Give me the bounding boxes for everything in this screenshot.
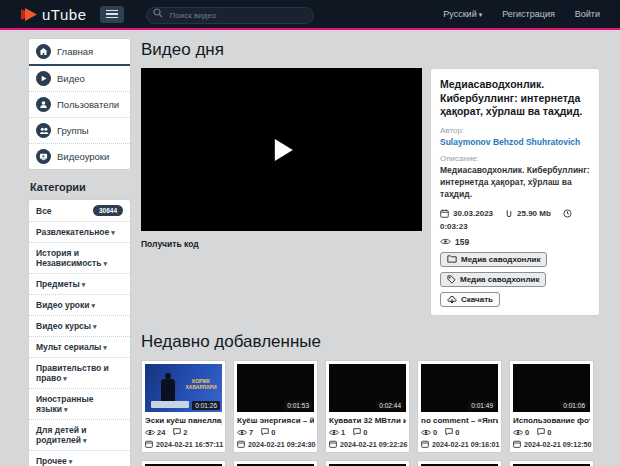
folder-icon	[447, 255, 457, 263]
register-link[interactable]: Регистрация	[502, 9, 555, 19]
category-button[interactable]: Медиа саводхонлик	[440, 252, 547, 267]
upload-date: 30.03.2023	[453, 209, 493, 218]
download-button[interactable]: Скачать	[440, 292, 500, 307]
sidebar-item-videos[interactable]: Видео	[29, 66, 130, 92]
calendar-icon	[237, 440, 245, 448]
language-selector[interactable]: Русский▾	[443, 9, 482, 19]
views-count: 159	[455, 237, 469, 247]
duration-badge: 0:01:53	[284, 401, 312, 410]
comment-icon	[353, 428, 361, 436]
video-card-stats: 0 0	[513, 428, 590, 437]
comments-count: 0	[363, 428, 367, 437]
category-item[interactable]: Мульт сериалы▾	[29, 337, 130, 358]
video-card-title[interactable]: Эски куёш панеллари...	[145, 416, 222, 425]
sidebar-item-users[interactable]: Пользователи	[29, 92, 130, 118]
video-card[interactable]: 0:01:53 Куёш энергияси – йи... 7 0 2024-…	[233, 360, 318, 453]
video-card[interactable]: 0:02:21 Ўзбекистон миллий э... 0 0 2024-…	[325, 460, 410, 466]
video-card[interactable]: КОРЖК ХАБАРЛАРИ 0:01:26 Эски куёш панелл…	[141, 360, 226, 453]
category-label: Видео курсы▾	[36, 321, 97, 331]
video-player[interactable]	[141, 68, 422, 231]
sidebar-item-groups[interactable]: Группы	[29, 118, 130, 144]
author-link[interactable]: Sulaymonov Behzod Shuhratovich	[440, 137, 590, 147]
category-item[interactable]: Видео курсы▾	[29, 316, 130, 337]
category-item[interactable]: Все▾ 30644	[29, 200, 130, 222]
calendar-icon	[329, 440, 337, 448]
category-item[interactable]: Иностранные языки▾	[29, 389, 130, 420]
category-item[interactable]: Для детей и родителей▾	[29, 420, 130, 451]
category-label: Правительство и право▾	[36, 363, 123, 383]
video-card[interactable]: 0:00:55 no comment – «Шир... 1 0 2024-02…	[141, 460, 226, 466]
app-title: uTube	[42, 6, 86, 23]
users-icon	[36, 123, 51, 138]
video-card-stats: 0 0	[421, 428, 498, 437]
video-thumbnail[interactable]: 0:01:49	[421, 364, 498, 412]
file-size: 25.90 Mb	[517, 209, 551, 218]
category-item[interactable]: Видео уроки▾	[29, 295, 130, 316]
chevron-down-icon: ▾	[92, 302, 96, 309]
paperclip-icon	[505, 209, 513, 218]
comment-icon	[537, 428, 545, 436]
category-label: Развлекательное▾	[36, 227, 115, 237]
video-card[interactable]: 0:02:44 Куввати 32 МВтли ик... 1 0 2024-…	[325, 360, 410, 453]
eye-icon	[513, 429, 523, 436]
section-title-recent: Недавно добавленные	[141, 332, 600, 352]
search-input[interactable]	[146, 7, 314, 24]
chevron-down-icon: ▾	[69, 458, 73, 465]
comments-count: 2	[183, 428, 187, 437]
section-title-video-of-day: Видео дня	[141, 40, 600, 60]
video-thumbnail[interactable]: 0:02:44	[329, 364, 406, 412]
video-card[interactable]: 0:03:01 Янгиликлар 24 – Қуё... 1 0 2024-…	[417, 460, 502, 466]
tag-icon	[447, 275, 456, 284]
views-count: 7	[249, 428, 253, 437]
video-title: Медиасаводхонлик. Кибербуллинг: интернет…	[440, 78, 590, 119]
category-item[interactable]: Прочее▾	[29, 451, 130, 466]
category-item[interactable]: История и Независимость▾	[29, 243, 130, 274]
category-label: Все▾	[36, 206, 52, 216]
header: uTube Русский▾ Регистрация Войти	[0, 0, 620, 30]
search-box	[146, 4, 314, 24]
upload-datetime: 2024-02-21 09:22:26	[340, 440, 408, 449]
video-card[interactable]: 0:01:49 no comment – «Янги ... 0 0 2024-…	[417, 360, 502, 453]
category-item[interactable]: Предметы▾	[29, 274, 130, 295]
views-count: 0	[525, 428, 529, 437]
category-item[interactable]: Правительство и право▾	[29, 358, 130, 389]
video-card-title[interactable]: Куввати 32 МВтли ик...	[329, 416, 406, 425]
category-item[interactable]: Развлекательное▾	[29, 222, 130, 243]
video-card-title[interactable]: Куёш энергияси – йи...	[237, 416, 314, 425]
video-card-date: 2024-02-21 09:12:50	[513, 440, 590, 449]
calendar-icon	[145, 440, 153, 448]
clock-icon	[563, 209, 572, 218]
login-link[interactable]: Войти	[575, 9, 600, 19]
category-count-badge: 30644	[93, 205, 123, 216]
play-icon[interactable]	[274, 139, 292, 161]
category-label: Для детей и родителей▾	[36, 425, 123, 445]
calendar-icon	[440, 209, 449, 218]
recent-videos-grid: КОРЖК ХАБАРЛАРИ 0:01:26 Эски куёш панелл…	[141, 360, 600, 466]
sidebar-item-video-lessons[interactable]: Видеоуроки	[29, 144, 130, 169]
views-count: 0	[433, 428, 437, 437]
video-thumbnail[interactable]: 0:01:06	[513, 364, 590, 412]
comment-icon	[445, 428, 453, 436]
video-duration: 0:03:23	[440, 222, 468, 231]
sidebar-item-label: Пользователи	[57, 99, 119, 110]
video-info-panel: Медиасаводхонлик. Кибербуллинг: интернет…	[430, 68, 600, 316]
chevron-down-icon: ▾	[83, 437, 87, 444]
video-card[interactable]: 0:00:21 Давлатимиз раҳбари ... 19 0 2024…	[233, 460, 318, 466]
video-thumbnail[interactable]: КОРЖК ХАБАРЛАРИ 0:01:26	[145, 364, 222, 412]
sidebar-item-home[interactable]: Главная	[29, 39, 130, 66]
tag-button[interactable]: Медиа саводхонлик	[440, 272, 546, 287]
sidebar-item-label: Главная	[57, 46, 93, 57]
video-card-stats: 7 0	[237, 428, 314, 437]
video-thumbnail[interactable]: 0:01:53	[237, 364, 314, 412]
video-card-title[interactable]: Использование фото...	[513, 416, 590, 425]
description-label: Описание:	[440, 154, 590, 163]
logo[interactable]: uTube	[20, 6, 86, 23]
video-card[interactable]: 0:01:40 Факт 24 – Тўрткўлда ... 1 0 2024…	[509, 460, 594, 466]
get-code-link[interactable]: Получить код	[141, 239, 199, 249]
logo-icon	[20, 7, 37, 22]
chevron-down-icon: ▾	[63, 375, 67, 382]
video-card-title[interactable]: no comment – «Янги ...	[421, 416, 498, 425]
video-card-stats: 1 0	[329, 428, 406, 437]
menu-button[interactable]	[100, 6, 124, 23]
video-card[interactable]: 0:01:06 Использование фото... 0 0 2024-0…	[509, 360, 594, 453]
